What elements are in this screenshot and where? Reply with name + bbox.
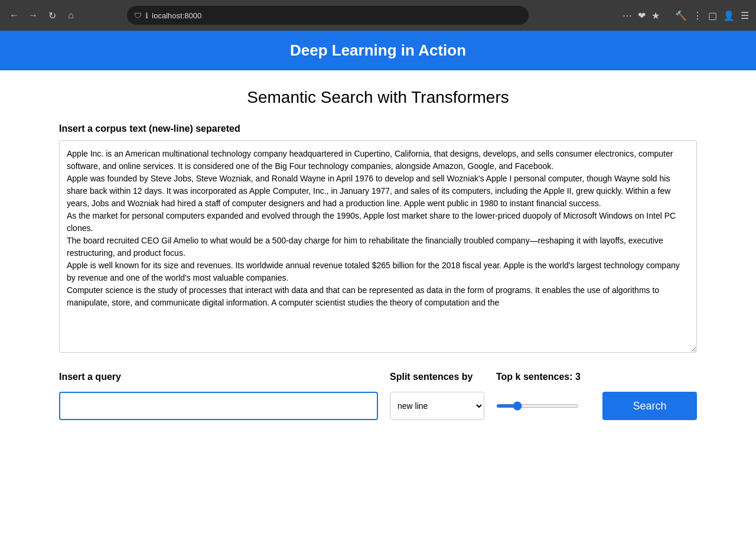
corpus-textarea[interactable]: [59, 140, 697, 353]
topk-slider[interactable]: [496, 404, 579, 408]
refresh-button[interactable]: ↻: [45, 8, 59, 22]
star-icon[interactable]: ★: [651, 10, 660, 21]
corpus-section: Insert a corpus text (new-line) separete…: [59, 123, 697, 355]
split-select[interactable]: new line period comma: [390, 392, 484, 420]
query-row: Insert a query Split sentences by new li…: [59, 372, 697, 420]
address-bar[interactable]: 🛡 ℹ localhost:8000: [127, 6, 529, 25]
home-button[interactable]: ⌂: [64, 8, 78, 22]
split-label: Split sentences by: [390, 372, 484, 382]
bookmarks-icon[interactable]: ⋮: [693, 10, 702, 21]
query-label: Insert a query: [59, 372, 378, 382]
browser-right-icons: ⋯ ❤ ★ 🔨 ⋮ ▢ 👤 ☰: [623, 10, 749, 21]
topk-section: Top k sentences: 3: [496, 372, 591, 420]
tools-icon[interactable]: 🔨: [675, 10, 687, 21]
lock-icon: ℹ: [145, 11, 148, 20]
ellipsis-icon[interactable]: ⋯: [623, 10, 632, 21]
split-section: Split sentences by new line period comma: [390, 372, 484, 420]
shield-icon: 🛡: [134, 11, 142, 20]
url-text: localhost:8000: [152, 11, 201, 20]
slider-container: [496, 392, 591, 420]
profile-icon[interactable]: 👤: [723, 10, 735, 21]
query-section: Insert a query: [59, 372, 378, 420]
page-title: Semantic Search with Transformers: [59, 88, 697, 107]
app-title: Deep Learning in Action: [290, 41, 466, 59]
menu-icon[interactable]: ☰: [741, 10, 749, 21]
app-header: Deep Learning in Action: [0, 31, 756, 70]
main-content: Semantic Search with Transformers Insert…: [30, 70, 726, 438]
reader-icon[interactable]: ▢: [708, 10, 717, 21]
corpus-label: Insert a corpus text (new-line) separete…: [59, 123, 697, 134]
forward-button[interactable]: →: [26, 8, 40, 22]
search-button[interactable]: Search: [602, 392, 697, 420]
browser-chrome: ← → ↻ ⌂ 🛡 ℹ localhost:8000 ⋯ ❤ ★ 🔨 ⋮ ▢ 👤…: [0, 0, 756, 31]
topk-label: Top k sentences: 3: [496, 372, 591, 382]
back-button[interactable]: ←: [7, 8, 21, 22]
pocket-icon[interactable]: ❤: [638, 10, 646, 21]
query-input[interactable]: [59, 392, 378, 420]
